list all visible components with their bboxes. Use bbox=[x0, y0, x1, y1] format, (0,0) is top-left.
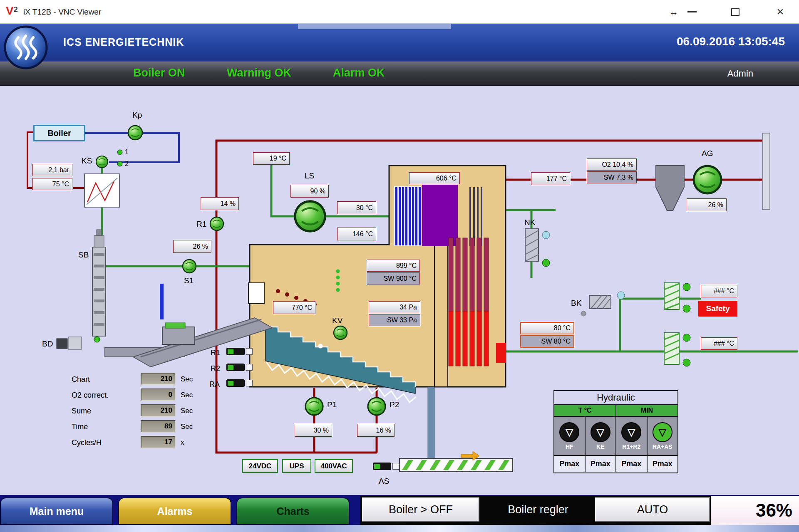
counter-label-o2: O2 correct. bbox=[72, 391, 109, 400]
r1-switch-state bbox=[228, 349, 233, 354]
company-name: ICS ENERGIETECHNIK bbox=[63, 36, 184, 48]
counter-value-chart[interactable]: 210 bbox=[141, 373, 176, 385]
fit-icon: ↔ bbox=[669, 7, 678, 17]
s1-percent-display: 26 % bbox=[173, 240, 211, 253]
raas-pump-icon: ▽ bbox=[653, 422, 672, 442]
p1-pump[interactable] bbox=[305, 398, 323, 415]
hydraulic-pump-row: ▽ HF ▽ KE ▽ R1+R2 ▽ RA+AS bbox=[554, 417, 677, 456]
tab-alarms[interactable]: Alarms bbox=[118, 497, 231, 525]
hydraulic-pmax-row: Pmax Pmax Pmax Pmax bbox=[554, 456, 677, 472]
ra-switch-track bbox=[226, 379, 245, 387]
vnc-logo-v: V bbox=[6, 4, 14, 17]
boiler-off-button[interactable]: Boiler > OFF bbox=[362, 497, 479, 522]
user-button[interactable]: Admin bbox=[727, 68, 753, 79]
as-switch-track bbox=[373, 463, 391, 470]
hydraulic-pump-ke[interactable]: ▽ KE bbox=[586, 417, 617, 455]
r1-switch-indicator bbox=[246, 348, 253, 355]
maximize-icon bbox=[731, 8, 739, 16]
power-ups-indicator: UPS bbox=[282, 459, 311, 473]
counter-value-cycles[interactable]: 17 bbox=[141, 436, 176, 448]
ag-fan[interactable] bbox=[694, 166, 721, 193]
tab-main-menu[interactable]: Main menu bbox=[0, 497, 113, 525]
counter-value-sume[interactable]: 210 bbox=[141, 404, 176, 417]
p2-pump[interactable] bbox=[368, 398, 385, 415]
counter-unit-cycles: x bbox=[181, 438, 184, 447]
hydraulic-pump-raas[interactable]: ▽ RA+AS bbox=[648, 417, 678, 455]
vnc-viewer-window: V2 iX T12B - VNC Viewer ↔ ✕ ICS ENERGIET… bbox=[0, 0, 799, 532]
purple-tube-bank bbox=[422, 184, 458, 246]
counter-label-time: Time bbox=[72, 423, 88, 431]
draft-setpoint-field[interactable]: SW 33 Pa bbox=[369, 314, 420, 326]
hydraulic-pump-r1r2[interactable]: ▽ R1+R2 bbox=[616, 417, 648, 455]
flow-arrow-icon bbox=[461, 451, 479, 460]
hydraulic-pump-hf[interactable]: ▽ HF bbox=[554, 417, 586, 455]
ag-label: AG bbox=[702, 149, 713, 158]
s1-label: S1 bbox=[184, 276, 194, 285]
power-24vdc-indicator: 24VDC bbox=[242, 459, 278, 473]
ra-switch-state bbox=[228, 381, 233, 386]
counter-value-o2[interactable]: 0 bbox=[141, 388, 176, 401]
boiler-label-box: Boiler bbox=[33, 125, 85, 141]
counter-label-sume: Sume bbox=[72, 407, 91, 416]
alarm-status: Alarm OK bbox=[333, 67, 385, 79]
nk-exchanger bbox=[525, 229, 538, 261]
hydraulic-title: Hydraulic bbox=[554, 391, 677, 405]
pmax-button-r1r2[interactable]: Pmax bbox=[616, 456, 648, 472]
as-switch[interactable] bbox=[373, 463, 399, 470]
r1r2-pump-label: R1+R2 bbox=[622, 443, 640, 450]
boiler-blue-pipe bbox=[85, 133, 179, 162]
mid-temp-display: 146 °C bbox=[337, 228, 376, 240]
counter-unit-chart: Sec bbox=[181, 375, 193, 384]
hydraulic-col-t: T °C bbox=[554, 405, 616, 416]
s1-valve[interactable] bbox=[183, 260, 196, 273]
close-icon: ✕ bbox=[777, 7, 784, 17]
close-button[interactable]: ✕ bbox=[771, 0, 790, 24]
r1-percent-display: 14 % bbox=[201, 197, 239, 210]
desktop-strip bbox=[0, 525, 799, 532]
hot-outlet bbox=[496, 343, 506, 363]
hx2-temp-display: ### °C bbox=[701, 337, 737, 350]
kv-valve[interactable] bbox=[334, 326, 347, 339]
auto-mode-button[interactable]: AUTO bbox=[595, 497, 710, 522]
chamber-temp-display: 899 °C bbox=[367, 260, 420, 272]
r1-valve[interactable] bbox=[210, 217, 223, 230]
r2-switch[interactable] bbox=[226, 364, 253, 371]
kv-label: KV bbox=[332, 316, 342, 325]
ra-switch-label: RA bbox=[209, 380, 220, 389]
hx1-temp-display: ### °C bbox=[701, 285, 737, 297]
o2-setpoint-field[interactable]: SW 7,3 % bbox=[587, 171, 637, 183]
pmax-button-ke[interactable]: Pmax bbox=[586, 456, 617, 472]
vnc-logo: V2 bbox=[6, 4, 18, 17]
maximize-button[interactable] bbox=[726, 0, 745, 24]
ash-chute bbox=[428, 387, 434, 460]
hydraulic-col-min: MIN bbox=[616, 405, 677, 416]
ra-switch[interactable] bbox=[226, 379, 253, 387]
sb-label: SB bbox=[78, 250, 89, 260]
r2-switch-label: R2 bbox=[211, 364, 220, 373]
pmax-button-hf[interactable]: Pmax bbox=[554, 456, 586, 472]
flow-setpoint-field[interactable]: SW 80 °C bbox=[520, 335, 574, 348]
top-temp-display: 606 °C bbox=[409, 172, 460, 184]
counter-value-time[interactable]: 89 bbox=[141, 420, 176, 433]
ke-pump-icon: ▽ bbox=[591, 422, 610, 442]
as-label: AS bbox=[379, 477, 389, 486]
tab-charts[interactable]: Charts bbox=[236, 497, 350, 525]
ls-fan[interactable] bbox=[295, 201, 325, 231]
output-percent-display[interactable]: 36% bbox=[711, 496, 799, 525]
kp-pump[interactable] bbox=[128, 126, 142, 140]
ram-feeder bbox=[162, 327, 195, 344]
r1-switch[interactable] bbox=[226, 348, 253, 355]
window-title: iX T12B - VNC Viewer bbox=[23, 0, 101, 24]
ks-valve[interactable] bbox=[96, 156, 108, 168]
chamber-setpoint-field[interactable]: SW 900 °C bbox=[367, 272, 420, 285]
o2-display: O2 10,4 % bbox=[587, 158, 637, 171]
silo-screw bbox=[92, 247, 106, 336]
power-400vac-indicator: 400VAC bbox=[315, 459, 353, 473]
hf-pump-label: HF bbox=[566, 443, 573, 450]
window-titlebar: V2 iX T12B - VNC Viewer ↔ ✕ bbox=[0, 0, 799, 24]
r1-switch-label: R1 bbox=[211, 349, 220, 357]
consumer-exchanger-2 bbox=[664, 333, 679, 364]
pmax-button-raas[interactable]: Pmax bbox=[648, 456, 678, 472]
fit-window-button[interactable]: ↔ bbox=[664, 0, 683, 24]
minimize-button[interactable] bbox=[682, 0, 702, 24]
